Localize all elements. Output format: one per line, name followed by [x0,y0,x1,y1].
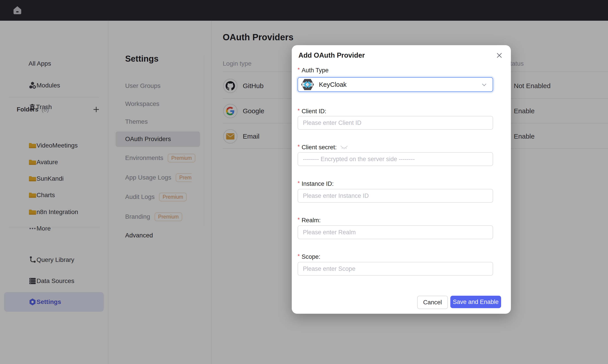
app-root: All AppsModulesTrashVideoMeetingsAvature… [0,0,608,364]
client-id-input[interactable] [297,116,493,130]
auth-type-select[interactable]: KeyCloak [297,77,493,92]
required-asterisk: * [297,253,300,260]
field-label-text: Auth Type [302,67,328,74]
field-label-scope: *Scope: [297,253,320,260]
realm-input[interactable] [297,225,493,239]
field-label-text: Client secret: [302,144,337,151]
required-asterisk: * [297,66,300,73]
close-button[interactable] [494,50,505,61]
field-label-text: Realm: [302,217,321,224]
required-asterisk: * [297,107,300,114]
save-and-enable-button[interactable]: Save and Enable [450,296,501,308]
keycloak-icon [301,79,314,90]
required-asterisk: * [297,143,300,150]
cancel-button[interactable]: Cancel [417,296,448,309]
close-icon [496,52,503,59]
add-oauth-provider-modal: Add OAuth Provider *Auth TypeKeyCloak*Cl… [292,45,511,314]
modal-footer: Cancel Save and Enable [292,296,511,308]
field-label-text: Scope: [302,253,320,260]
eye-closed-icon [340,145,348,150]
required-asterisk: * [297,180,300,187]
field-label-instance-id: *Instance ID: [297,180,334,188]
instance-id-input[interactable] [297,189,493,203]
field-label-client-id: *Client ID: [297,107,326,115]
required-asterisk: * [297,216,300,223]
field-label-text: Instance ID: [302,181,334,187]
field-label-auth-type: *Auth Type [297,66,328,74]
field-label-client-secret: *Client secret: [297,143,348,151]
field-label-realm: *Realm: [297,217,321,224]
chevron-down-icon [481,81,488,88]
modal-title: Add OAuth Provider [298,52,365,59]
auth-type-value: KeyCloak [319,81,347,88]
field-label-text: Client ID: [302,108,326,115]
client-secret-input[interactable] [297,152,493,166]
scope-input[interactable] [297,262,493,276]
